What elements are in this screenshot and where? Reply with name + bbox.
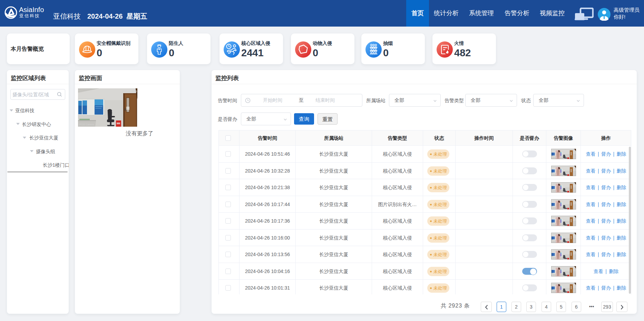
svg-text:IPC02 Camera: IPC02 Camera [79,123,94,126]
svg-text:2024-04-26 15:28: 2024-04-26 15:28 [122,90,137,93]
